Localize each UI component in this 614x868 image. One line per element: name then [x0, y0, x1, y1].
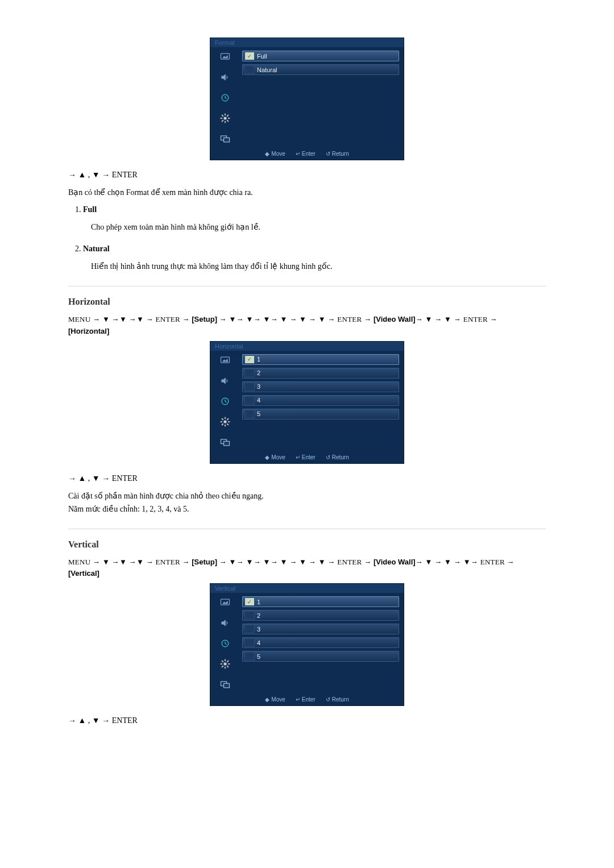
footer-enter: Enter: [302, 454, 316, 460]
option-label: 1: [257, 356, 260, 363]
divider: [68, 286, 546, 286]
clock-icon: [219, 92, 231, 104]
option-label: Natural: [257, 67, 277, 73]
osd-option-row[interactable]: 3: [242, 381, 399, 392]
path-mid: → ▼→ ▼→ ▼→ ▼ → ▼ → ▼ → ENTER →: [217, 315, 374, 323]
osd-title: Horizontal: [210, 342, 404, 351]
enter-icon: ↵: [296, 151, 300, 157]
path-suffix: → ▼ → ▼ → ENTER →: [416, 315, 497, 323]
format-description: Bạn có thể chọn Format để xem màn hình đ…: [68, 188, 546, 197]
path-final: [Vertical]: [68, 569, 99, 578]
option-label: 5: [257, 410, 260, 417]
osd-title: Format: [210, 38, 404, 47]
option-label: 3: [257, 626, 260, 633]
svg-marker-1: [222, 55, 228, 59]
option-label: 2: [257, 612, 260, 619]
svg-line-39: [222, 661, 223, 662]
option-label: 1: [257, 599, 260, 605]
footer-move: Move: [271, 454, 285, 460]
svg-rect-30: [221, 599, 230, 605]
option-label: 4: [257, 397, 260, 404]
vertical-osd: Vertical ✓12345 ◆Move ↵Enter ↺Return: [68, 583, 546, 706]
osd-option-row[interactable]: 3: [242, 624, 399, 634]
return-icon: ↺: [326, 454, 330, 460]
svg-line-11: [222, 120, 223, 122]
path-mid: → ▼→ ▼→ ▼→ ▼ → ▼ → ▼ → ENTER →: [217, 558, 374, 566]
path-videowall: [Video Wall]: [374, 315, 416, 323]
path-videowall: [Video Wall]: [374, 558, 416, 566]
sound-icon: [219, 617, 231, 629]
footer-move: Move: [271, 696, 285, 703]
svg-line-10: [227, 120, 229, 122]
picture-icon: [219, 596, 231, 609]
path-prefix: MENU → ▼ →▼ →▼ → ENTER →: [68, 315, 192, 323]
svg-line-40: [227, 666, 229, 668]
svg-point-4: [224, 117, 227, 120]
multi-icon: [219, 132, 231, 145]
nav-instruction: → ▲ , ▼ → ENTER: [68, 171, 546, 180]
footer-enter: Enter: [302, 696, 316, 703]
osd-options: ✓12345: [240, 593, 404, 694]
multi-icon: [219, 436, 231, 448]
list-item: Full Cho phép xem toàn màn hình mà không…: [83, 205, 546, 232]
option-checkbox: [244, 369, 255, 377]
list-item: Natural Hiển thị hình ảnh trung thực mà …: [83, 244, 546, 271]
path-suffix: → ▼ → ▼ → ▼→ ENTER →: [416, 558, 515, 566]
osd-footer: ◆Move ↵Enter ↺Return: [210, 694, 404, 705]
svg-line-25: [227, 423, 229, 425]
svg-line-9: [222, 115, 223, 117]
osd-option-row[interactable]: 5: [242, 409, 399, 420]
path-final: [Horizontal]: [68, 327, 109, 335]
svg-rect-15: [221, 357, 230, 363]
horizontal-desc1: Cài đặt số phần màn hình được chia nhỏ t…: [68, 491, 546, 501]
gear-icon: [219, 658, 231, 670]
osd-option-row[interactable]: 4: [242, 395, 399, 406]
multi-icon: [219, 678, 231, 691]
option-checkbox: [244, 383, 255, 391]
svg-marker-16: [222, 358, 228, 362]
osd-option-row[interactable]: ✓Full: [242, 51, 399, 61]
option-label: 2: [257, 369, 260, 376]
svg-point-19: [224, 420, 227, 423]
osd-options: ✓FullNatural: [240, 47, 404, 148]
osd-footer: ◆Move ↵Enter ↺Return: [210, 452, 404, 463]
horizontal-desc2: Năm mức điều chỉnh: 1, 2, 3, 4, và 5.: [68, 504, 546, 514]
osd-option-row[interactable]: 2: [242, 610, 399, 621]
divider: [68, 529, 546, 529]
svg-line-24: [222, 418, 223, 420]
return-icon: ↺: [326, 151, 330, 157]
option-checkbox: [244, 611, 255, 620]
osd-option-row[interactable]: 5: [242, 651, 399, 662]
list-item-body: Hiển thị hình ảnh trung thực mà không là…: [91, 261, 546, 271]
osd-option-row[interactable]: ✓1: [242, 596, 399, 607]
svg-marker-17: [221, 377, 226, 384]
option-label: 5: [257, 653, 260, 660]
option-checkbox: [244, 396, 255, 405]
option-checkbox: [244, 638, 255, 647]
option-label: Full: [257, 53, 267, 60]
section-heading-horizontal: Horizontal: [68, 297, 546, 307]
osd-icon-column: [210, 47, 240, 148]
footer-move: Move: [271, 151, 285, 157]
option-label: 3: [257, 383, 260, 390]
option-label: 4: [257, 639, 260, 646]
osd-option-row[interactable]: 2: [242, 368, 399, 379]
option-checkbox: [244, 652, 255, 661]
footer-enter: Enter: [302, 151, 316, 157]
path-setup: [Setup]: [192, 558, 217, 566]
picture-icon: [219, 51, 231, 63]
osd-option-row[interactable]: ✓1: [242, 354, 399, 365]
option-checkbox: ✓: [244, 52, 255, 60]
osd-option-row[interactable]: 4: [242, 637, 399, 648]
option-checkbox: ✓: [244, 355, 255, 364]
nav-instruction: → ▲ , ▼ → ENTER: [68, 474, 546, 483]
picture-icon: [219, 354, 231, 367]
list-item-body: Cho phép xem toàn màn hình mà không giới…: [91, 222, 546, 232]
svg-rect-0: [221, 53, 230, 59]
osd-footer: ◆Move ↵Enter ↺Return: [210, 148, 404, 160]
path-setup: [Setup]: [192, 315, 217, 323]
osd-option-row[interactable]: Natural: [242, 64, 399, 75]
option-checkbox: [244, 410, 255, 418]
osd-options: ✓12345: [240, 351, 404, 452]
svg-rect-29: [224, 441, 230, 446]
